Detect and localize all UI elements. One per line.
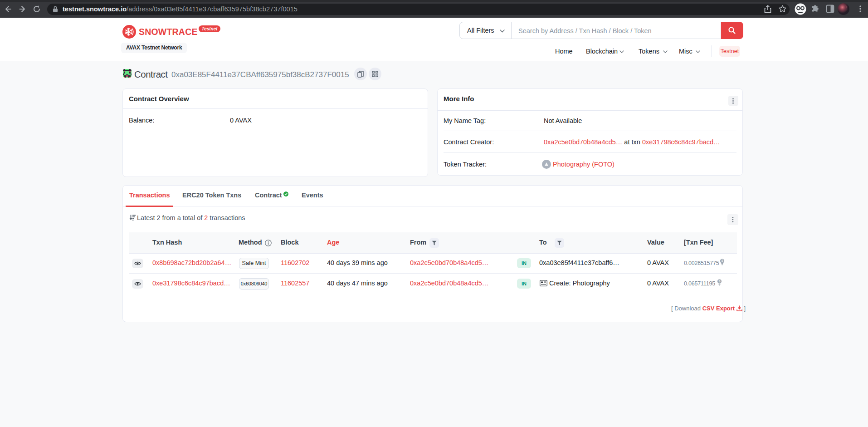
svg-text:$: $ (722, 259, 723, 262)
svg-text:$: $ (719, 280, 721, 283)
